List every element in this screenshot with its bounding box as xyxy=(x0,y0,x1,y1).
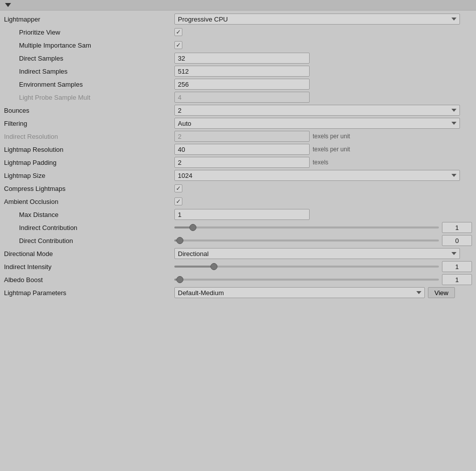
label-max-distance: Max Distance xyxy=(4,211,174,218)
input-lightmap-padding[interactable] xyxy=(174,157,310,168)
dropdown-arrow-filtering xyxy=(451,122,456,125)
slider-container-albedo-boost: 1 xyxy=(174,274,472,285)
slider-value-indirect-contribution[interactable]: 1 xyxy=(442,222,472,233)
label-albedo-boost: Albedo Boost xyxy=(4,276,174,284)
row-direct-samples: Direct Samples xyxy=(0,52,476,65)
input-direct-samples[interactable] xyxy=(174,53,310,64)
row-filtering: FilteringAuto xyxy=(0,117,476,130)
view-button[interactable]: View xyxy=(428,287,455,298)
content-max-distance xyxy=(174,209,472,220)
input-environment-samples[interactable] xyxy=(174,79,310,90)
dropdown-arrow-bounces xyxy=(451,109,456,112)
slider-value-direct-contribution[interactable]: 0 xyxy=(442,235,472,246)
row-environment-samples: Environment Samples xyxy=(0,78,476,91)
row-lightmapper: LightmapperProgressive CPU xyxy=(0,13,476,26)
label-prioritize-view: Prioritize View xyxy=(4,29,174,36)
settings-rows: LightmapperProgressive CPUPrioritize Vie… xyxy=(0,11,476,301)
row-indirect-resolution: Indirect Resolutiontexels per unit xyxy=(0,130,476,143)
row-indirect-contribution: Indirect Contribution1 xyxy=(0,221,476,234)
row-ambient-occlusion: Ambient Occlusion xyxy=(0,195,476,208)
content-bounces: 2 xyxy=(174,105,472,116)
label-indirect-samples: Indirect Samples xyxy=(4,68,174,75)
content-lightmap-parameters: Default-MediumView xyxy=(174,287,472,298)
checkbox-compress-lightmaps[interactable] xyxy=(174,184,182,192)
row-lightmap-padding: Lightmap Paddingtexels xyxy=(0,156,476,169)
label-ambient-occlusion: Ambient Occlusion xyxy=(4,198,174,205)
input-lightmap-resolution[interactable] xyxy=(174,144,310,155)
row-indirect-intensity: Indirect Intensity1 xyxy=(0,260,476,273)
label-lightmap-parameters: Lightmap Parameters xyxy=(4,289,174,297)
content-multiple-importance xyxy=(174,41,472,49)
input-max-distance[interactable] xyxy=(174,209,310,220)
dropdown-arrow-lightmap-size xyxy=(451,174,456,177)
checkbox-prioritize-view[interactable] xyxy=(174,28,182,36)
slider-container-indirect-contribution: 1 xyxy=(174,222,472,233)
row-light-probe-sample: Light Probe Sample Mult xyxy=(0,91,476,104)
content-directional-mode: Directional xyxy=(174,248,472,259)
slider-track-albedo-boost[interactable] xyxy=(174,279,439,281)
row-direct-contribution: Direct Contribution0 xyxy=(0,234,476,247)
row-multiple-importance: Multiple Importance Sam xyxy=(0,39,476,52)
slider-thumb-indirect-contribution[interactable] xyxy=(189,224,196,231)
content-environment-samples xyxy=(174,79,472,90)
dropdown-directional-mode[interactable]: Directional xyxy=(174,248,460,259)
label-directional-mode: Directional Mode xyxy=(4,250,174,258)
checkbox-ambient-occlusion[interactable] xyxy=(174,197,182,205)
slider-fill-indirect-intensity xyxy=(174,266,214,268)
content-indirect-contribution: 1 xyxy=(174,222,472,233)
row-prioritize-view: Prioritize View xyxy=(0,26,476,39)
content-direct-contribution: 0 xyxy=(174,235,472,246)
content-compress-lightmaps xyxy=(174,184,472,192)
row-lightmap-size: Lightmap Size1024 xyxy=(0,169,476,182)
slider-container-indirect-intensity: 1 xyxy=(174,261,472,272)
content-lightmap-resolution: texels per unit xyxy=(174,144,472,155)
slider-track-indirect-contribution[interactable] xyxy=(174,226,439,228)
label-indirect-intensity: Indirect Intensity xyxy=(4,263,174,271)
unit-indirect-resolution: texels per unit xyxy=(313,133,350,140)
lp-row-lightmap-parameters: Default-MediumView xyxy=(174,287,455,298)
row-lightmap-parameters: Lightmap ParametersDefault-MediumView xyxy=(0,286,476,299)
label-direct-contribution: Direct Contribution xyxy=(4,237,174,245)
collapse-icon[interactable] xyxy=(5,3,11,7)
label-compress-lightmaps: Compress Lightmaps xyxy=(4,185,174,192)
slider-value-indirect-intensity[interactable]: 1 xyxy=(442,261,472,272)
content-lightmap-padding: texels xyxy=(174,157,472,168)
slider-thumb-albedo-boost[interactable] xyxy=(176,276,183,283)
content-indirect-resolution: texels per unit xyxy=(174,131,472,142)
row-bounces: Bounces2 xyxy=(0,104,476,117)
dropdown-lightmap-parameters[interactable]: Default-Medium xyxy=(174,287,425,298)
row-compress-lightmaps: Compress Lightmaps xyxy=(0,182,476,195)
input-indirect-samples[interactable] xyxy=(174,66,310,77)
label-lightmapper: Lightmapper xyxy=(4,16,174,23)
label-indirect-resolution: Indirect Resolution xyxy=(4,133,174,140)
row-indirect-samples: Indirect Samples xyxy=(0,65,476,78)
content-prioritize-view xyxy=(174,28,472,36)
dropdown-bounces[interactable]: 2 xyxy=(174,105,460,116)
content-indirect-samples xyxy=(174,66,472,77)
content-lightmapper: Progressive CPU xyxy=(174,14,472,25)
dropdown-arrow-lightmapper xyxy=(451,18,456,21)
label-bounces: Bounces xyxy=(4,107,174,114)
checkbox-multiple-importance[interactable] xyxy=(174,41,182,49)
row-directional-mode: Directional ModeDirectional xyxy=(0,247,476,260)
label-lightmap-padding: Lightmap Padding xyxy=(4,159,174,166)
slider-track-indirect-intensity[interactable] xyxy=(174,266,439,268)
content-lightmap-size: 1024 xyxy=(174,170,472,181)
dropdown-arrow-lightmap-parameters xyxy=(416,291,421,294)
content-light-probe-sample xyxy=(174,92,472,103)
content-ambient-occlusion xyxy=(174,197,472,205)
dropdown-arrow-directional-mode xyxy=(451,252,456,255)
row-albedo-boost: Albedo Boost1 xyxy=(0,273,476,286)
dropdown-lightmapper[interactable]: Progressive CPU xyxy=(174,14,460,25)
dropdown-lightmap-size[interactable]: 1024 xyxy=(174,170,460,181)
row-max-distance: Max Distance xyxy=(0,208,476,221)
label-direct-samples: Direct Samples xyxy=(4,55,174,62)
slider-thumb-direct-contribution[interactable] xyxy=(176,237,183,244)
label-multiple-importance: Multiple Importance Sam xyxy=(4,42,174,49)
slider-value-albedo-boost[interactable]: 1 xyxy=(442,274,472,285)
content-indirect-intensity: 1 xyxy=(174,261,472,272)
slider-thumb-indirect-intensity[interactable] xyxy=(210,263,217,270)
dropdown-filtering[interactable]: Auto xyxy=(174,118,460,129)
content-direct-samples xyxy=(174,53,472,64)
slider-track-direct-contribution[interactable] xyxy=(174,240,439,242)
